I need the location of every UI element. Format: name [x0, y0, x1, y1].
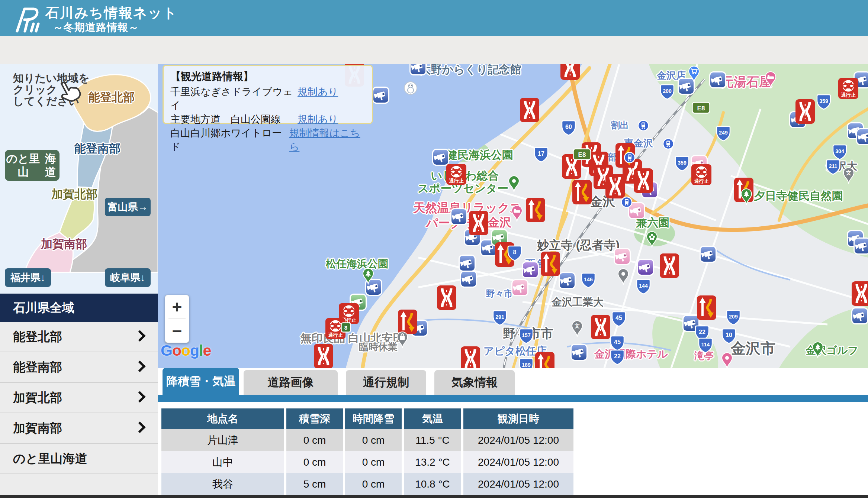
tab-降積雪・気温[interactable]: 降積雪・気温: [163, 368, 239, 395]
road-camera-icon[interactable]: [614, 248, 631, 265]
region-label-能登北部[interactable]: 能登北部: [89, 90, 135, 105]
table-cell: 片山津: [161, 429, 284, 451]
road-narrow-sign-icon[interactable]: [461, 346, 480, 368]
tab-気象情報[interactable]: 気象情報: [434, 370, 515, 395]
region-label-加賀北部[interactable]: 加賀北部: [51, 187, 97, 202]
road-narrow-sign-icon[interactable]: [591, 315, 610, 339]
table-cell: 13.2 °C: [404, 451, 461, 473]
table-cell: 我谷: [161, 473, 284, 495]
gifu-pref-button[interactable]: 岐阜県↓: [105, 268, 151, 287]
google-logo-letter: g: [190, 342, 199, 359]
poi-pin-icon-bed: [511, 205, 523, 222]
road-camera-icon[interactable]: [450, 208, 467, 225]
sidebar-menu-item-石川県全域[interactable]: 石川県全域: [0, 294, 158, 322]
regulation-link[interactable]: 規制情報はこちら: [289, 126, 365, 154]
road-camera-icon[interactable]: [432, 149, 449, 166]
svg-text:通行止: 通行止: [841, 92, 856, 98]
lane-shift-sign-icon[interactable]: [535, 352, 554, 368]
expressway-shield-E8: E8: [692, 102, 710, 114]
chevron-right-icon: [134, 330, 145, 342]
lane-shift-sign-icon[interactable]: [572, 180, 592, 204]
route-shield-45: 45: [610, 311, 628, 327]
lane-shift-sign-icon[interactable]: [398, 310, 417, 334]
road-camera-icon[interactable]: [522, 261, 539, 278]
sidebar-menu-item-加賀南部[interactable]: 加賀南部: [0, 413, 158, 444]
road-camera-icon[interactable]: [700, 246, 717, 263]
road-narrow-sign-icon[interactable]: [660, 253, 679, 278]
table-cell: 11.5 °C: [404, 429, 461, 451]
regulation-link[interactable]: 規制あり: [298, 113, 338, 126]
zoom-out-button[interactable]: −: [165, 319, 189, 343]
lane-shift-sign-icon[interactable]: [697, 295, 716, 320]
lane-shift-sign-icon[interactable]: [526, 198, 545, 222]
poi-pin-icon-cart: [688, 66, 700, 83]
route-shield-359: 359: [815, 94, 833, 110]
road-camera-icon[interactable]: [709, 71, 726, 88]
road-camera-icon[interactable]: [409, 64, 427, 75]
map-label: 金沢工業大: [552, 295, 604, 309]
road-camera-icon[interactable]: [570, 344, 588, 361]
fukui-pref-button[interactable]: 福井県↓: [5, 268, 51, 287]
sidebar-menu-item-のと里山海道[interactable]: のと里山海道: [0, 444, 158, 474]
poi-pin-icon-school: 文: [571, 320, 584, 337]
menu-empty-row: [0, 474, 158, 497]
page: 石川みち情報ネット ～冬期道路情報～ 知りたい地域を クリック してください 能…: [0, 0, 868, 498]
noto-satoyama-kaido-button[interactable]: のと里山海道: [5, 150, 60, 181]
route-shield-359: 359: [673, 156, 691, 172]
road-camera-icon[interactable]: [637, 259, 654, 276]
road-camera-icon[interactable]: [511, 279, 528, 296]
road-map[interactable]: 大野からくり記念館金沢店元湯石屋健民海浜公園いしかわ総合スポーツセンター天然温泉…: [158, 64, 868, 368]
tab-通行規制[interactable]: 通行規制: [346, 370, 426, 395]
lane-shift-sign-icon[interactable]: [541, 252, 560, 276]
map-label: 臨時休業: [359, 340, 398, 353]
road-narrow-sign-icon[interactable]: [437, 285, 456, 310]
road-camera-icon[interactable]: [856, 128, 868, 145]
road-name: 白山白川郷ホワイトロード: [170, 126, 289, 154]
svg-text:189: 189: [522, 362, 531, 368]
road-narrow-sign-icon[interactable]: [605, 174, 625, 198]
road-camera-icon[interactable]: [559, 272, 576, 289]
region-label-能登南部[interactable]: 能登南部: [74, 141, 120, 156]
poi-pin-icon-temple: [617, 268, 630, 285]
google-logo-letter: G: [161, 342, 172, 359]
road-camera-icon[interactable]: [853, 237, 868, 255]
google-logo: Google: [161, 342, 211, 359]
svg-text:文: 文: [574, 323, 580, 329]
toyama-pref-button[interactable]: 富山県→: [105, 198, 151, 216]
tab-道路画像[interactable]: 道路画像: [244, 370, 338, 395]
map-label: 金沢国際ホテル: [594, 347, 668, 361]
regulation-link[interactable]: 規制あり: [298, 85, 338, 113]
road-camera-icon[interactable]: [459, 255, 476, 272]
google-logo-letter: o: [181, 342, 190, 359]
road-narrow-sign-icon[interactable]: [634, 168, 653, 193]
road-camera-icon[interactable]: [851, 307, 868, 324]
road-camera-icon[interactable]: [372, 87, 389, 104]
road-narrow-sign-icon[interactable]: [560, 64, 580, 80]
route-shield-291: 291: [491, 310, 509, 326]
road-narrow-sign-icon[interactable]: [852, 281, 868, 306]
table-cell: 2024/01/05 12:00: [463, 473, 573, 495]
road-closed-sign-icon[interactable]: 通行止: [691, 164, 711, 185]
area-menu: 石川県全域能登北部能登南部加賀北部加賀南部のと里山海道: [0, 294, 158, 497]
bottom-strip: [0, 495, 868, 498]
table-cell: 0 cm: [345, 473, 402, 495]
route-shield-209: 209: [724, 310, 742, 326]
road-narrow-sign-icon[interactable]: [469, 211, 488, 235]
road-closed-sign-icon[interactable]: 通行止: [446, 164, 466, 185]
road-camera-icon[interactable]: [460, 271, 477, 288]
zoom-in-button[interactable]: +: [165, 295, 189, 318]
app-header: 石川みち情報ネット ～冬期道路情報～: [0, 0, 868, 36]
route-shield-17: 17: [532, 147, 550, 163]
table-cell: 5 cm: [286, 473, 343, 495]
road-narrow-sign-icon[interactable]: [314, 344, 333, 368]
menu-item-label: 加賀南部: [0, 420, 62, 437]
region-label-加賀南部[interactable]: 加賀南部: [41, 236, 87, 252]
road-narrow-sign-icon[interactable]: [795, 99, 815, 124]
svg-text:209: 209: [729, 314, 738, 320]
poi-pin-icon-tree: [811, 342, 824, 359]
sidebar-menu-item-能登北部[interactable]: 能登北部: [0, 322, 158, 352]
road-closed-sign-icon[interactable]: 通行止: [838, 78, 858, 99]
svg-text:22: 22: [699, 329, 705, 335]
road-narrow-sign-icon[interactable]: [520, 98, 539, 122]
table-cell: 0 cm: [286, 429, 343, 451]
